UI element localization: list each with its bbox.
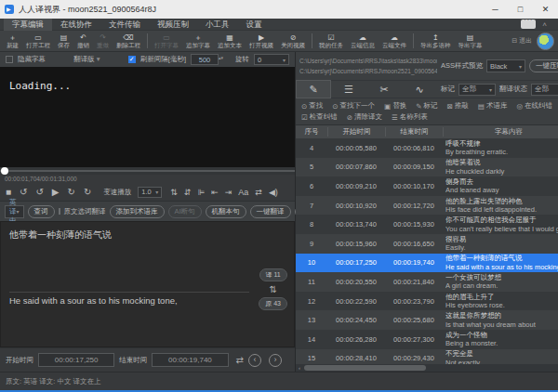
transport-button[interactable]: ↺ <box>35 183 43 201</box>
menu-item[interactable]: 字幕编辑 <box>4 19 52 31</box>
table-tool-button[interactable]: ⊠ 推敲 <box>446 101 468 111</box>
mode-tab[interactable]: ✎ <box>296 80 331 98</box>
toolbar-button[interactable]: ▤ 导出字幕 <box>455 31 486 52</box>
table-tool-button[interactable]: ☑ 检查纠错 <box>301 112 338 122</box>
seek-knob[interactable] <box>1 167 8 175</box>
refresh-interval-input[interactable]: 500 <box>191 54 219 65</box>
table-tool-button[interactable]: ▣ 替换 <box>384 101 406 111</box>
video-viewport[interactable]: Loading... <box>0 67 295 167</box>
mode-tab[interactable]: ∿ <box>402 80 437 98</box>
maximize-button[interactable]: □ <box>508 0 533 19</box>
toolbar-button[interactable]: ↶ 撤销 <box>73 31 93 52</box>
subtitle-tool-icon[interactable]: ⇅ <box>170 188 178 197</box>
table-row[interactable]: 5 00:00:07,860 00:00:09,150 他暗笑着说 He chu… <box>296 158 558 177</box>
previous-subtitle-button[interactable]: ‹ <box>248 354 261 367</box>
table-row[interactable]: 15 00:00:28,410 00:00:29,430 不完全是 Not ex… <box>296 349 558 364</box>
transport-button[interactable]: ↺ <box>20 183 27 201</box>
close-button[interactable]: ✕ <box>533 0 558 19</box>
subtitle-editor[interactable]: 他带着一种刻薄的语气说 He said with a sour as to hi… <box>0 221 295 347</box>
mode-tab[interactable]: ☰ <box>331 80 366 98</box>
menu-item[interactable]: 小工具 <box>197 19 238 31</box>
table-tool-button[interactable]: ☰ 名称列表 <box>392 112 428 122</box>
toolbar-button[interactable]: ▭ 打开工程 <box>22 31 54 52</box>
toolbar-separator <box>147 33 148 48</box>
ass-style-dropdown[interactable]: Black <box>486 59 525 72</box>
toolbar-button[interactable]: ▤ 保存 <box>54 31 73 52</box>
table-row[interactable]: 10 00:00:17,250 00:00:19,740 他带着一种刻薄的语气说… <box>296 254 558 273</box>
source-text-input[interactable]: He said with a sour as to his mocking to… <box>9 295 247 306</box>
toolbar-button[interactable]: ▶ 打开视频 <box>246 31 277 52</box>
minimize-button[interactable]: ─ <box>483 0 508 19</box>
menu-item[interactable]: 文件传输 <box>100 19 149 31</box>
toolbar-button[interactable]: ▭ 打开字幕 <box>151 31 182 52</box>
subtitle-tool-icon[interactable]: ⊫ <box>197 188 205 197</box>
translate-all-button[interactable]: 一键翻译 <box>250 205 291 218</box>
language-pair-dropdown[interactable]: 英译中 <box>5 205 24 218</box>
horizontal-scrollbar[interactable]: ‹ › <box>296 364 558 372</box>
table-row[interactable]: 9 00:00:15,960 00:00:16,650 很容易 Easily. <box>296 234 558 254</box>
end-time-input[interactable]: 00:00:19,740 <box>152 353 228 367</box>
start-time-input[interactable]: 00:00:17,250 <box>38 353 114 367</box>
toolbar-button[interactable]: ↷ 重做 <box>93 31 113 52</box>
toolbar-button[interactable]: ☑ 我的任务 <box>315 31 347 52</box>
one-click-encode-button[interactable]: 一键压制 <box>529 59 558 72</box>
table-tool-button[interactable]: ▤ 术语库 <box>478 101 508 111</box>
seek-bar[interactable] <box>0 167 295 175</box>
ai-split-button[interactable]: AI断句 <box>168 205 202 218</box>
subtitle-tool-icon[interactable]: ◀) <box>269 188 278 197</box>
toolbar-button[interactable]: ＋ 追加字幕 <box>182 31 214 52</box>
table-tool-button[interactable]: ✎ 标记 <box>416 101 437 111</box>
subtitle-tool-icon[interactable]: ⇵ <box>184 188 192 197</box>
transport-button[interactable]: ▶ <box>52 183 60 201</box>
add-to-termbase-button[interactable]: 添加到术语库 <box>110 205 165 218</box>
table-row[interactable]: 14 00:00:26,280 00:00:27,300 成为一个怪物 Bein… <box>296 330 558 349</box>
toolbar-button[interactable]: ⊘ 关闭视频 <box>277 31 309 52</box>
refresh-interval-checkbox[interactable] <box>128 56 136 63</box>
collapse-toolbar-icon[interactable]: ˄ <box>542 20 547 29</box>
speed-dropdown[interactable]: 1.0 <box>138 187 162 198</box>
translate-status-dropdown[interactable]: 全部 <box>531 84 558 96</box>
horizontal-scrollbar-thumb[interactable] <box>304 365 426 371</box>
menu-item[interactable]: 设置 <box>238 19 271 31</box>
table-tool-button[interactable]: ⊙ 查找下一个 <box>332 101 375 111</box>
subtitle-version-dropdown[interactable]: 翻译版 <box>72 55 101 64</box>
table-row[interactable]: 8 00:00:13,740 00:00:15,930 你不可能真的相信我会屈服… <box>296 215 558 234</box>
swap-time-icon[interactable]: ⇄ <box>236 355 244 365</box>
lookup-word-button[interactable]: 查词 <box>28 205 55 218</box>
toolbar-button[interactable]: ▦ 追加文本 <box>214 31 246 52</box>
table-tool-button[interactable]: ⊘ 清除译文 <box>347 112 382 122</box>
translation-text-input[interactable]: 他带着一种刻薄的语气说 <box>9 229 247 242</box>
toolbar-button[interactable]: ☁ 云端文件 <box>379 31 410 52</box>
subtitle-tool-icon[interactable]: ⇥ <box>225 188 232 197</box>
next-subtitle-button[interactable]: › <box>269 354 282 367</box>
toolbar-button[interactable]: ↥ 导出多语种 <box>417 31 455 52</box>
select-word-translate-checkbox[interactable] <box>59 208 60 215</box>
swap-lines-icon[interactable]: ⇅ <box>269 284 276 294</box>
rotate-dropdown[interactable]: 0 <box>254 54 289 65</box>
hide-subtitle-checkbox[interactable] <box>6 56 13 63</box>
toolbar-button[interactable]: ＋ 新建 <box>3 31 22 52</box>
transport-button[interactable]: ↻ <box>84 183 91 201</box>
table-row[interactable]: 13 00:00:24,450 00:00:25,680 这就是你所梦想的 Is… <box>296 310 558 330</box>
transport-button[interactable]: ↻ <box>68 183 75 201</box>
table-row[interactable]: 6 00:00:09,210 00:00:10,170 侧身而去 And lea… <box>296 176 558 196</box>
subtitle-tool-icon[interactable]: ⇄ <box>255 188 262 197</box>
menu-item[interactable]: 在线协作 <box>52 19 100 31</box>
subtitle-tool-icon[interactable]: ⇤ <box>211 188 219 197</box>
menu-item[interactable]: 视频压制 <box>149 19 197 31</box>
toolbar-button[interactable]: ⌫ 删除工程 <box>113 31 144 52</box>
machine-translate-line-button[interactable]: 机翻本句 <box>206 205 246 218</box>
scroll-left-arrow[interactable]: ‹ <box>296 365 303 371</box>
toolbar-button[interactable]: ☁ 云端信息 <box>347 31 379 52</box>
mode-tab[interactable]: ✂ <box>366 80 402 98</box>
message-icon[interactable] <box>521 20 536 29</box>
table-row[interactable]: 11 00:00:20,550 00:00:21,840 一个女孩可以梦想 A … <box>296 272 558 292</box>
table-row[interactable]: 4 00:00:05,580 00:00:06,810 呼吸不规律 By bre… <box>296 138 558 158</box>
mark-filter-dropdown[interactable]: 全部 <box>458 84 496 96</box>
logout-button[interactable]: ⊟ 退出 <box>512 36 532 46</box>
table-tool-button[interactable]: ⊙ 查找 <box>301 101 323 111</box>
table-row[interactable]: 12 00:00:22,590 00:00:23,790 他的眉毛上升了 His… <box>296 292 558 311</box>
subtitle-tool-icon[interactable]: Aa <box>238 188 248 197</box>
table-tool-button[interactable]: ◎ 在线纠错 <box>516 101 552 111</box>
table-row[interactable]: 7 00:00:10,920 00:00:12,720 他的脸上露出失望的神色 … <box>296 196 558 216</box>
